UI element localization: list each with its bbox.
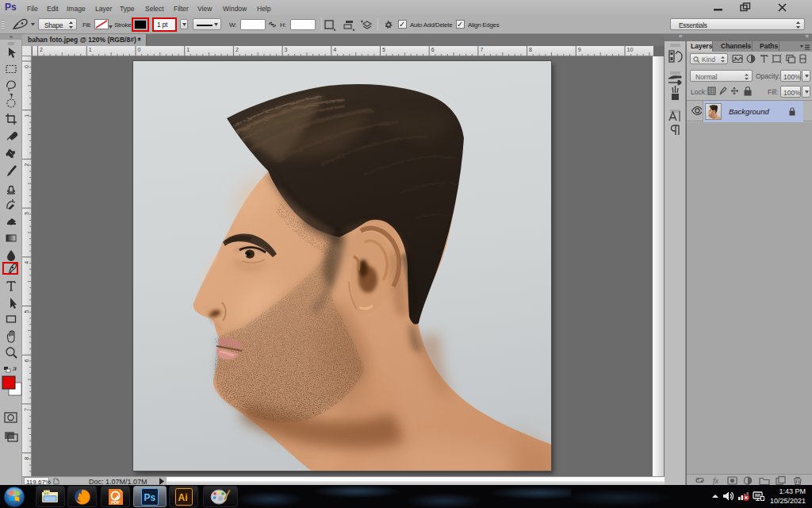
svg-text:6: 6: [24, 359, 29, 362]
svg-text:5: 5: [382, 47, 385, 52]
svg-text:2: 2: [40, 47, 43, 52]
svg-text:5: 5: [24, 310, 29, 314]
svg-text:6: 6: [431, 47, 435, 52]
svg-text:4: 4: [24, 261, 29, 264]
svg-text:10: 10: [627, 47, 634, 52]
svg-text:4: 4: [333, 47, 336, 52]
svg-text:2: 2: [236, 47, 239, 52]
svg-text:7: 7: [24, 408, 29, 411]
svg-text:Ai: Ai: [178, 492, 188, 503]
svg-text:8: 8: [24, 457, 29, 460]
svg-text:Ps: Ps: [144, 492, 156, 503]
svg-text:PDF: PDF: [111, 500, 121, 505]
svg-text:1: 1: [89, 47, 92, 52]
svg-text:1: 1: [24, 114, 29, 117]
svg-text:0: 0: [24, 65, 29, 68]
svg-text:7: 7: [480, 47, 483, 52]
svg-text:8: 8: [529, 47, 532, 52]
svg-text:0: 0: [138, 47, 141, 52]
svg-text:3: 3: [24, 212, 29, 215]
svg-text:2: 2: [24, 163, 29, 166]
svg-text:fx: fx: [713, 476, 719, 485]
svg-text:3: 3: [285, 47, 288, 52]
svg-text:1: 1: [186, 47, 190, 52]
svg-text:9: 9: [578, 47, 581, 52]
